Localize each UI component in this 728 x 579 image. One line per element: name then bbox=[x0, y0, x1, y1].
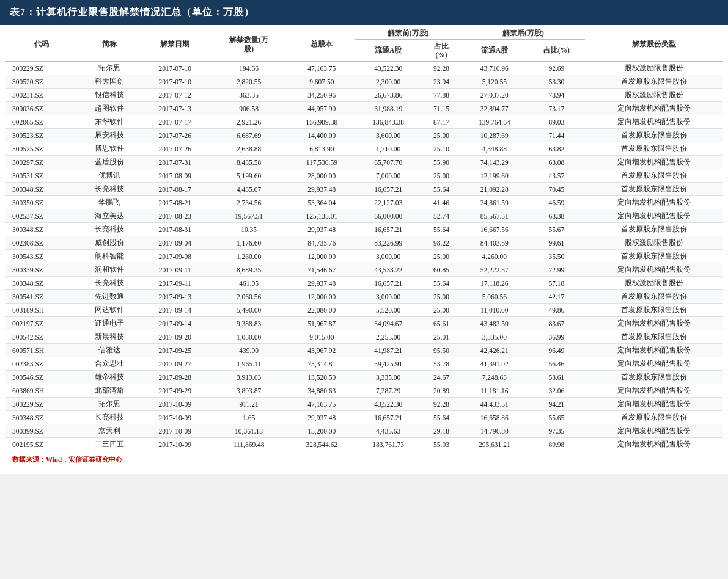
table-cell: 002065.SZ bbox=[5, 115, 78, 129]
table-cell: 194.66 bbox=[209, 62, 289, 75]
table-cell: 42,426.21 bbox=[461, 344, 528, 357]
table-cell: 定向增发机构配售股份 bbox=[585, 357, 723, 371]
table-cell: 1,176.60 bbox=[209, 236, 289, 250]
table-cell: 13,520.50 bbox=[289, 371, 355, 384]
table-cell: 300350.SZ bbox=[5, 196, 78, 209]
table-row: 603869.SH北部湾旅2017-09-293,893.8734,880.63… bbox=[5, 384, 723, 398]
table-cell: 新晨科技 bbox=[78, 330, 141, 344]
table-cell: 183,761.73 bbox=[355, 438, 422, 451]
table-cell: 85,567.51 bbox=[461, 209, 528, 223]
table-cell: 363.35 bbox=[209, 89, 289, 102]
table-cell: 22,080.00 bbox=[289, 304, 355, 317]
table-cell: 55.64 bbox=[422, 223, 461, 236]
table-cell: 78.94 bbox=[528, 89, 585, 102]
table-cell: 16,657.21 bbox=[355, 183, 422, 196]
table-cell: 股权激励限售股份 bbox=[585, 236, 723, 250]
table-row: 300229.SZ拓尔思2017-07-10194.6647,163.7543,… bbox=[5, 62, 723, 75]
table-cell: 5,060.56 bbox=[461, 290, 528, 304]
table-cell: 10.35 bbox=[209, 223, 289, 236]
table-cell: 华鹏飞 bbox=[78, 196, 141, 209]
table-cell: 136,843.38 bbox=[355, 115, 422, 129]
table-cell: 6,687.69 bbox=[209, 129, 289, 142]
table-cell: 拓尔思 bbox=[78, 398, 141, 411]
table-cell: 55.64 bbox=[422, 183, 461, 196]
table-cell: 首发原股东限售股份 bbox=[585, 304, 723, 317]
table-cell: 73.17 bbox=[528, 102, 585, 115]
table-cell: 网达软件 bbox=[78, 304, 141, 317]
table-cell: 2017-09-04 bbox=[141, 236, 209, 250]
table-cell: 20.89 bbox=[422, 384, 461, 398]
table-cell: 300542.SZ bbox=[5, 330, 78, 344]
table-row: 300229.SZ拓尔思2017-10-09911.2147,163.7543,… bbox=[5, 398, 723, 411]
table-cell: 300348.SZ bbox=[5, 223, 78, 236]
table-cell: 定向增发机构配售股份 bbox=[585, 344, 723, 357]
table-cell: 博思软件 bbox=[78, 142, 141, 156]
table-cell: 328,544.62 bbox=[289, 438, 355, 451]
table-cell: 定向增发机构配售股份 bbox=[585, 438, 723, 451]
table-cell: 证通电子 bbox=[78, 317, 141, 330]
table-row: 300348.SZ长亮科技2017-08-174,435.0729,937.48… bbox=[5, 183, 723, 196]
table-cell: 300399.SZ bbox=[5, 424, 78, 438]
table-cell: 42.17 bbox=[528, 290, 585, 304]
table-cell: 2017-08-17 bbox=[141, 183, 209, 196]
table-cell: 科大国创 bbox=[78, 75, 141, 89]
table-cell: 定向增发机构配售股份 bbox=[585, 424, 723, 438]
table-cell: 25.00 bbox=[422, 169, 461, 183]
table-cell: 300348.SZ bbox=[5, 411, 78, 424]
table-cell: 47,163.75 bbox=[289, 398, 355, 411]
table-cell: 2017-09-28 bbox=[141, 371, 209, 384]
table-cell: 19,567.51 bbox=[209, 209, 289, 223]
table-cell: 2017-07-12 bbox=[141, 89, 209, 102]
table-cell: 2017-07-10 bbox=[141, 75, 209, 89]
table-cell: 52,222.57 bbox=[461, 263, 528, 277]
table-row: 002537.SZ海立美达2017-08-2319,567.51125,135.… bbox=[5, 209, 723, 223]
table-cell: 4,348.88 bbox=[461, 142, 528, 156]
table-cell: 22,127.03 bbox=[355, 196, 422, 209]
table-cell: 长亮科技 bbox=[78, 411, 141, 424]
table-cell: 439.00 bbox=[209, 344, 289, 357]
table-cell: 6,813.90 bbox=[289, 142, 355, 156]
table-cell: 65.61 bbox=[422, 317, 461, 330]
table-cell: 43,483.50 bbox=[461, 317, 528, 330]
table-cell: 41,391.02 bbox=[461, 357, 528, 371]
table-cell: 定向增发机构配售股份 bbox=[585, 398, 723, 411]
table-cell: 43,533.22 bbox=[355, 263, 422, 277]
table-cell: 2017-07-10 bbox=[141, 62, 209, 75]
table-cell: 41.46 bbox=[422, 196, 461, 209]
table-cell: 17,118.26 bbox=[461, 277, 528, 290]
table-cell: 53.78 bbox=[422, 357, 461, 371]
table-cell: 2017-10-09 bbox=[141, 424, 209, 438]
table-cell: 16,657.21 bbox=[355, 411, 422, 424]
table-cell: 首发原股东限售股份 bbox=[585, 371, 723, 384]
table-cell: 14,400.00 bbox=[289, 129, 355, 142]
table-cell: 461.05 bbox=[209, 277, 289, 290]
table-cell: 63.82 bbox=[528, 142, 585, 156]
table-cell: 2017-10-09 bbox=[141, 438, 209, 451]
table-cell: 71.15 bbox=[422, 102, 461, 115]
table-cell: 2,060.56 bbox=[209, 290, 289, 304]
table-cell: 29,937.48 bbox=[289, 223, 355, 236]
table-cell: 2,820.55 bbox=[209, 75, 289, 89]
table-cell: 43,967.92 bbox=[289, 344, 355, 357]
table-cell: 300036.SZ bbox=[5, 102, 78, 115]
table-cell: 2017-08-21 bbox=[141, 196, 209, 209]
table-cell: 87.17 bbox=[422, 115, 461, 129]
table-cell: 定向增发机构配售股份 bbox=[585, 263, 723, 277]
table-cell: 46.59 bbox=[528, 196, 585, 209]
table-cell: 3,913.63 bbox=[209, 371, 289, 384]
table-cell: 27,037.20 bbox=[461, 89, 528, 102]
table-cell: 55.64 bbox=[422, 411, 461, 424]
table-cell: 拓尔思 bbox=[78, 62, 141, 75]
table-cell: 70.45 bbox=[528, 183, 585, 196]
table-cell: 2017-09-25 bbox=[141, 344, 209, 357]
table-cell: 29,937.48 bbox=[289, 411, 355, 424]
table-cell: 300229.SZ bbox=[5, 398, 78, 411]
table-cell: 55.67 bbox=[528, 223, 585, 236]
col-header-date: 解禁日期 bbox=[141, 25, 209, 62]
table-cell: 92.28 bbox=[422, 62, 461, 75]
table-cell: 2017-09-13 bbox=[141, 290, 209, 304]
table-row: 002197.SZ证通电子2017-09-149,388.8351,967.87… bbox=[5, 317, 723, 330]
group-after-label: 解禁后(万股) bbox=[461, 25, 585, 40]
table-cell: 首发原股东限售股份 bbox=[585, 330, 723, 344]
table-cell: 首发原股东限售股份 bbox=[585, 169, 723, 183]
